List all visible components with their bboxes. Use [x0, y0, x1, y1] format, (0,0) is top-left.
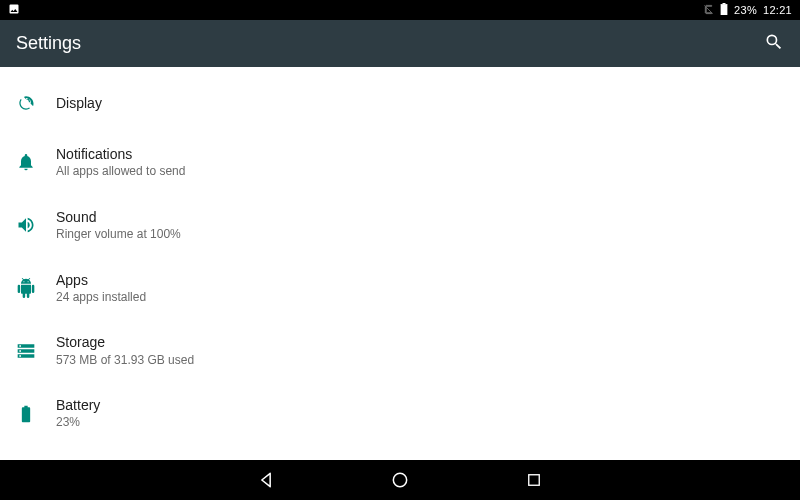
navigation-bar	[0, 460, 800, 500]
settings-item-display[interactable]: Display	[0, 75, 800, 131]
svg-rect-2	[721, 12, 727, 15]
settings-list: Display Notifications All apps allowed t…	[0, 67, 800, 453]
image-icon	[8, 3, 20, 17]
storage-icon	[16, 341, 56, 361]
item-subtitle: 573 MB of 31.93 GB used	[56, 353, 194, 369]
home-icon	[390, 470, 410, 490]
status-bar: 23% 12:21	[0, 0, 800, 20]
nav-recent-button[interactable]	[522, 468, 546, 492]
settings-item-battery[interactable]: Battery 23%	[0, 382, 800, 445]
item-title: Notifications	[56, 145, 185, 163]
settings-item-storage[interactable]: Storage 573 MB of 31.93 GB used	[0, 319, 800, 382]
item-title: Storage	[56, 333, 194, 351]
recent-icon	[525, 471, 543, 489]
app-bar: Settings	[0, 20, 800, 67]
sound-icon	[16, 215, 56, 235]
notifications-icon	[16, 152, 56, 172]
nav-home-button[interactable]	[388, 468, 412, 492]
battery-icon	[720, 3, 728, 17]
item-title: Battery	[56, 396, 100, 414]
battery-percent: 23%	[734, 4, 757, 16]
settings-content: Display Notifications All apps allowed t…	[0, 67, 800, 460]
back-icon	[256, 470, 276, 490]
display-icon	[16, 93, 56, 113]
search-icon	[764, 32, 784, 52]
page-title: Settings	[16, 33, 81, 54]
item-subtitle: 24 apps installed	[56, 290, 146, 306]
svg-point-3	[393, 473, 406, 486]
item-title: Apps	[56, 271, 146, 289]
no-sim-icon	[703, 4, 714, 17]
item-subtitle: Ringer volume at 100%	[56, 227, 181, 243]
item-title: Display	[56, 94, 102, 112]
settings-item-notifications[interactable]: Notifications All apps allowed to send	[0, 131, 800, 194]
apps-icon	[16, 278, 56, 298]
search-button[interactable]	[764, 32, 784, 56]
settings-item-apps[interactable]: Apps 24 apps installed	[0, 257, 800, 320]
item-subtitle: 23%	[56, 415, 100, 431]
nav-back-button[interactable]	[254, 468, 278, 492]
status-clock: 12:21	[763, 4, 792, 16]
item-title: Sound	[56, 208, 181, 226]
settings-item-sound[interactable]: Sound Ringer volume at 100%	[0, 194, 800, 257]
battery-icon	[16, 404, 56, 424]
svg-rect-4	[529, 475, 540, 486]
item-subtitle: All apps allowed to send	[56, 164, 185, 180]
